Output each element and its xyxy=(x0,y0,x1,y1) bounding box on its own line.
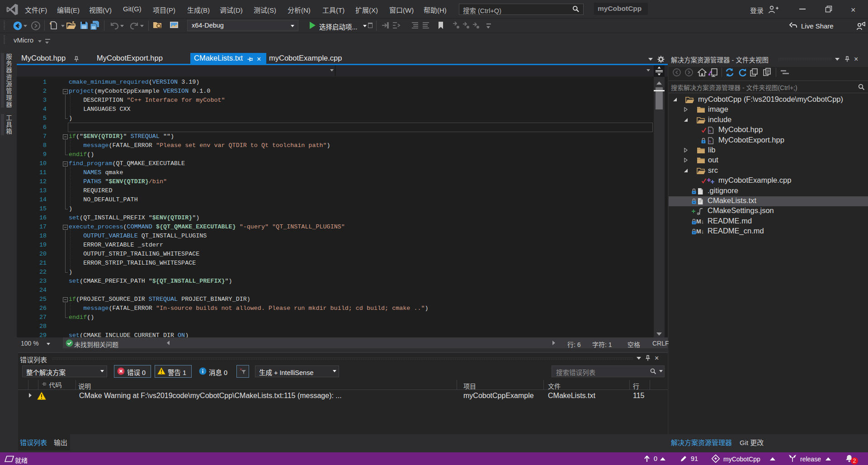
svg-text:h: h xyxy=(709,129,711,133)
svg-text:h: h xyxy=(709,139,711,143)
